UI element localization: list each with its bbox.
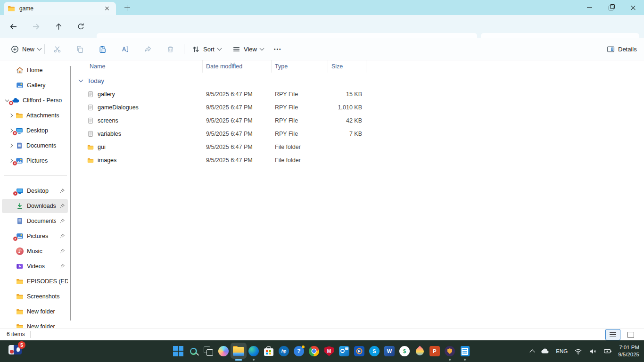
icons-view-button[interactable] bbox=[623, 329, 638, 340]
file-name: gui bbox=[98, 144, 106, 150]
sidebar-item-documents[interactable]: Documents bbox=[2, 139, 68, 153]
sidebar-item-documents-pinned[interactable]: Documents bbox=[2, 214, 68, 228]
chevron-down-icon[interactable] bbox=[79, 78, 83, 82]
sidebar-item-episodes[interactable]: EPISODES (EDITS) bbox=[2, 274, 68, 288]
restore-button[interactable] bbox=[601, 0, 622, 15]
details-pane-button[interactable]: Details bbox=[603, 41, 641, 58]
wifi-button[interactable] bbox=[571, 343, 586, 360]
get-help-button[interactable]: ? bbox=[291, 340, 306, 362]
sidebar-item-label: Documents bbox=[26, 142, 68, 149]
column-header-name[interactable]: Name bbox=[72, 60, 203, 73]
sidebar-item-pictures[interactable]: Pictures bbox=[2, 154, 68, 168]
sidebar-item-screenshots[interactable]: Screenshots bbox=[2, 289, 68, 304]
purple-shield-app-button[interactable] bbox=[442, 340, 457, 362]
chevron-down-icon bbox=[37, 46, 42, 50]
onedrive-tray-button[interactable] bbox=[537, 343, 553, 360]
powerpoint-icon: P bbox=[429, 346, 440, 356]
new-tab-button[interactable] bbox=[123, 3, 132, 13]
sidebar-item-home[interactable]: Home bbox=[2, 63, 68, 77]
hp-button[interactable]: hp bbox=[276, 340, 291, 362]
clock[interactable]: 7:01 PM 9/5/2025 bbox=[615, 344, 644, 358]
file-date: 9/5/2025 6:47 PM bbox=[203, 117, 272, 124]
file-row-gamedialogues[interactable]: gameDialogues 9/5/2025 6:47 PM RPY File … bbox=[72, 101, 644, 114]
powerpoint-button[interactable]: P bbox=[427, 340, 442, 362]
skype-button[interactable]: S bbox=[367, 340, 382, 362]
column-header-date[interactable]: Date modified bbox=[203, 60, 272, 73]
sidebar-item-label: Clifford - Personal bbox=[23, 97, 62, 104]
tab-close-icon[interactable] bbox=[102, 3, 112, 14]
sidebar-scrollbar[interactable] bbox=[70, 66, 71, 321]
time-label: 7:01 PM bbox=[618, 344, 639, 351]
start-button[interactable] bbox=[171, 340, 186, 362]
volume-button[interactable] bbox=[586, 343, 600, 360]
sidebar-item-videos[interactable]: Videos bbox=[2, 259, 68, 273]
cloud-icon bbox=[541, 347, 549, 355]
folder-row-images[interactable]: images 9/5/2025 6:47 PM File folder bbox=[72, 154, 644, 167]
sidebar-item-desktop[interactable]: Desktop bbox=[2, 123, 68, 138]
sort-button[interactable]: Sort bbox=[188, 41, 225, 58]
sidebar-item-music[interactable]: Music bbox=[2, 244, 68, 258]
column-header-size[interactable]: Size bbox=[328, 60, 366, 73]
rename-button[interactable] bbox=[117, 41, 133, 58]
cut-button[interactable] bbox=[49, 41, 66, 58]
file-row-gallery[interactable]: gallery 9/5/2025 6:47 PM RPY File 15 KB bbox=[72, 88, 644, 101]
color-drop-app-button[interactable] bbox=[412, 340, 427, 362]
sort-button-label: Sort bbox=[203, 46, 215, 53]
outlook-button[interactable] bbox=[337, 340, 352, 362]
plus-circle-icon bbox=[11, 45, 19, 53]
battery-button[interactable] bbox=[600, 343, 615, 360]
task-view-icon bbox=[204, 346, 213, 356]
forward-button[interactable] bbox=[29, 19, 43, 33]
edge-button[interactable] bbox=[246, 340, 261, 362]
sidebar-item-attachments[interactable]: Attachments bbox=[2, 108, 68, 123]
file-row-variables[interactable]: variables 9/5/2025 6:47 PM RPY File 7 KB bbox=[72, 127, 644, 140]
group-header-today[interactable]: Today bbox=[72, 74, 104, 87]
scissors-icon bbox=[53, 45, 61, 53]
up-button[interactable] bbox=[51, 19, 66, 33]
taskbar-mlb-app[interactable]: 5 bbox=[8, 345, 22, 355]
sidebar-item-new-folder[interactable]: New folder bbox=[2, 304, 68, 319]
delete-button[interactable] bbox=[162, 41, 179, 58]
chevron-right-icon[interactable] bbox=[9, 114, 13, 117]
sidebar-item-onedrive[interactable]: Clifford - Personal bbox=[2, 93, 68, 107]
column-header-type[interactable]: Type bbox=[272, 60, 328, 73]
minimize-button[interactable] bbox=[579, 0, 601, 15]
taskbar-search-button[interactable] bbox=[186, 340, 201, 362]
close-button[interactable] bbox=[622, 0, 644, 15]
green-circle-app-button[interactable]: $ bbox=[397, 340, 412, 362]
sidebar-item-new-folder-2[interactable]: New folder bbox=[2, 320, 68, 328]
command-toolbar: New Sort View bbox=[0, 38, 644, 60]
copilot-button[interactable] bbox=[216, 340, 231, 362]
paste-button[interactable] bbox=[94, 41, 111, 58]
more-options-button[interactable]: ••• bbox=[270, 41, 286, 58]
sidebar-item-label: Screenshots bbox=[27, 293, 68, 300]
hidden-icons-button[interactable] bbox=[527, 343, 537, 360]
sidebar-item-downloads[interactable]: Downloads bbox=[2, 199, 68, 213]
file-explorer-button[interactable] bbox=[231, 340, 246, 362]
word-button[interactable]: W bbox=[382, 340, 397, 362]
language-label: ENG bbox=[556, 348, 568, 354]
chevron-right-icon[interactable] bbox=[9, 144, 13, 148]
view-button[interactable]: View bbox=[228, 41, 268, 58]
refresh-button[interactable] bbox=[74, 19, 88, 33]
copy-button[interactable] bbox=[72, 41, 88, 58]
chrome-button[interactable] bbox=[306, 340, 322, 362]
language-indicator[interactable]: ENG bbox=[553, 343, 571, 360]
file-row-screens[interactable]: screens 9/5/2025 6:47 PM RPY File 42 KB bbox=[72, 114, 644, 127]
task-view-button[interactable] bbox=[201, 340, 216, 362]
sidebar-item-gallery[interactable]: Gallery bbox=[2, 78, 68, 92]
store-button[interactable] bbox=[261, 340, 276, 362]
explorer-tab[interactable]: game bbox=[4, 2, 116, 15]
back-button[interactable] bbox=[6, 19, 20, 33]
pin-icon bbox=[59, 248, 65, 254]
folder-row-gui[interactable]: gui 9/5/2025 6:47 PM File folder bbox=[72, 140, 644, 154]
new-button[interactable]: New bbox=[7, 41, 45, 58]
details-view-button[interactable] bbox=[605, 329, 620, 340]
share-button[interactable] bbox=[140, 41, 156, 58]
movies-tv-button[interactable] bbox=[352, 340, 367, 362]
notepad-button[interactable] bbox=[457, 340, 472, 362]
chevron-up-icon bbox=[530, 349, 535, 354]
mcafee-button[interactable]: M bbox=[322, 340, 337, 362]
sidebar-item-desktop-pinned[interactable]: Desktop bbox=[2, 184, 68, 198]
sidebar-item-pictures-pinned[interactable]: Pictures bbox=[2, 229, 68, 243]
